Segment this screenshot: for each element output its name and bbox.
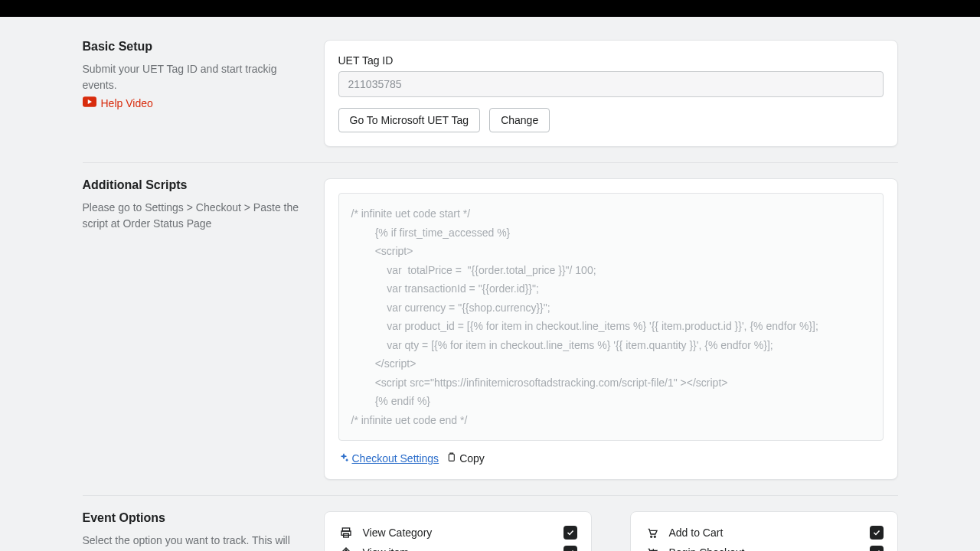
svg-rect-3 bbox=[341, 531, 351, 535]
svg-rect-1 bbox=[449, 454, 454, 461]
uet-card: UET Tag ID Go To Microsoft UET Tag Chang… bbox=[324, 40, 898, 147]
page-content: Basic Setup Submit your UET Tag ID and s… bbox=[83, 17, 898, 551]
copy-link[interactable]: Copy bbox=[446, 452, 485, 465]
event-label: Add to Cart bbox=[669, 527, 861, 539]
scripts-card: /* infinite uet code start */ {% if firs… bbox=[324, 178, 898, 480]
youtube-icon bbox=[83, 96, 96, 109]
uet-tag-input bbox=[338, 71, 884, 97]
sparkle-icon bbox=[338, 452, 349, 465]
tag-icon bbox=[338, 546, 354, 551]
help-video-label: Help Video bbox=[101, 97, 153, 109]
action-links: Checkout Settings Copy bbox=[338, 452, 884, 465]
event-card-right: Add to Cart Begin Checkout bbox=[630, 511, 898, 551]
event-label: Begin Checkout bbox=[669, 546, 861, 551]
events-desc: Select the option you want to track. Thi… bbox=[83, 533, 309, 551]
clipboard-icon bbox=[446, 452, 456, 465]
svg-point-8 bbox=[654, 536, 655, 537]
button-row: Go To Microsoft UET Tag Change bbox=[338, 108, 884, 132]
scripts-desc: Please go to Settings > Checkout > Paste… bbox=[83, 200, 309, 232]
change-button[interactable]: Change bbox=[489, 108, 550, 132]
section-basic-setup: Basic Setup Submit your UET Tag ID and s… bbox=[83, 24, 898, 163]
uet-label: UET Tag ID bbox=[338, 54, 884, 67]
scripts-title: Additional Scripts bbox=[83, 178, 309, 192]
checkbox-begin-checkout[interactable] bbox=[870, 546, 884, 551]
section-left: Additional Scripts Please go to Settings… bbox=[83, 178, 309, 480]
section-right: View Category View item bbox=[324, 511, 898, 551]
event-view-category: View Category bbox=[338, 523, 577, 543]
help-video-link[interactable]: Help Video bbox=[83, 96, 153, 109]
section-right: /* infinite uet code start */ {% if firs… bbox=[324, 178, 898, 480]
event-begin-checkout: Begin Checkout bbox=[645, 543, 884, 551]
basic-setup-desc: Submit your UET Tag ID and start trackig… bbox=[83, 61, 309, 93]
event-grid: View Category View item bbox=[324, 511, 898, 551]
event-card-left: View Category View item bbox=[324, 511, 592, 551]
checkbox-add-to-cart[interactable] bbox=[870, 526, 884, 540]
section-left: Basic Setup Submit your UET Tag ID and s… bbox=[83, 40, 309, 147]
copy-label: Copy bbox=[459, 452, 485, 465]
event-view-item: View item bbox=[338, 543, 577, 551]
code-textarea[interactable]: /* infinite uet code start */ {% if firs… bbox=[338, 193, 884, 441]
print-icon bbox=[338, 527, 354, 539]
checkbox-view-category[interactable] bbox=[564, 526, 577, 540]
basic-setup-title: Basic Setup bbox=[83, 40, 309, 54]
checkout-settings-link[interactable]: Checkout Settings bbox=[338, 452, 439, 465]
event-label: View item bbox=[363, 546, 554, 551]
cart-arrow-icon bbox=[645, 546, 660, 551]
cart-icon bbox=[645, 527, 660, 539]
event-label: View Category bbox=[363, 527, 554, 539]
section-left: Event Options Select the option you want… bbox=[83, 511, 309, 551]
section-event-options: Event Options Select the option you want… bbox=[83, 496, 898, 551]
goto-uet-button[interactable]: Go To Microsoft UET Tag bbox=[338, 108, 481, 132]
event-add-to-cart: Add to Cart bbox=[645, 523, 884, 543]
checkbox-view-item[interactable] bbox=[564, 546, 577, 551]
section-additional-scripts: Additional Scripts Please go to Settings… bbox=[83, 163, 898, 496]
events-title: Event Options bbox=[83, 511, 309, 525]
section-right: UET Tag ID Go To Microsoft UET Tag Chang… bbox=[324, 40, 898, 147]
top-black-bar bbox=[0, 0, 980, 17]
svg-point-7 bbox=[650, 536, 652, 537]
checkout-settings-label: Checkout Settings bbox=[352, 452, 439, 465]
